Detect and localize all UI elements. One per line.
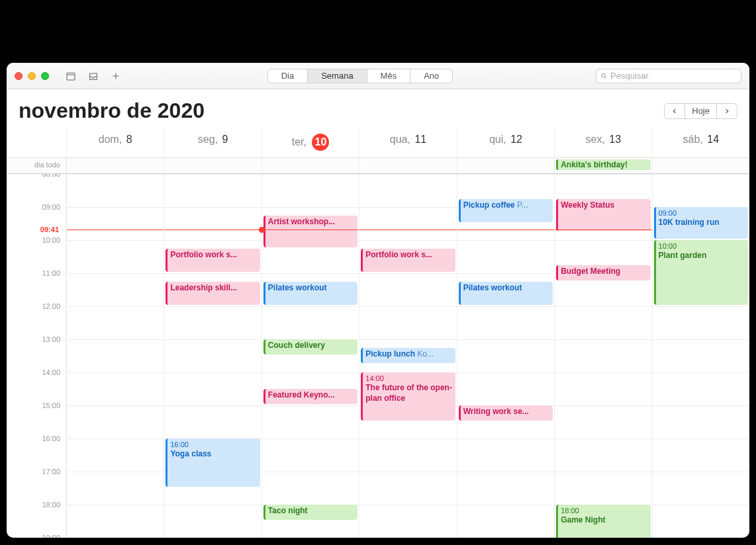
day-number: 12 [510,134,522,145]
day-label: seg, [198,134,218,145]
event-time: 18:00 [561,506,647,515]
day-header[interactable]: dom, 8 [66,128,164,157]
calendar-event[interactable]: Portfolio work s... [361,249,455,272]
event-title: Featured Keyno... [268,390,335,399]
allday-wed[interactable] [359,158,456,173]
event-title: Budget Meeting [561,267,620,276]
add-event-icon[interactable] [107,69,124,83]
next-week-button[interactable] [717,104,737,118]
event-time: 10:00 [659,241,745,251]
day-header[interactable]: ter, 10 [261,128,359,157]
allday-event[interactable]: Ankita's birthday! [556,159,650,170]
calendar-event[interactable]: 14:00The future of the open-plan office [361,372,455,421]
event-title: Game Night [561,515,605,524]
day-header[interactable]: seg, 9 [164,128,261,157]
event-title: Taco night [268,506,308,515]
calendar-event[interactable]: Portfolio work s... [165,249,260,272]
allday-fri[interactable]: Ankita's birthday! [554,158,651,173]
today-button[interactable]: Hoje [685,104,717,118]
calendar-event[interactable]: Budget Meeting [556,265,650,280]
zoom-window-icon[interactable] [41,72,49,80]
event-title: The future of the open-plan office [365,383,452,403]
calendar-event[interactable]: Pilates workout [263,282,357,306]
search-field[interactable] [596,69,741,83]
week-grid[interactable]: 08:0009:0010:0011:0012:0013:0014:0015:00… [7,174,749,538]
event-title: Portfolio work s... [365,250,432,259]
event-time: 16:00 [170,440,257,449]
tab-year[interactable]: Ano [410,69,452,83]
tab-month[interactable]: Mês [367,69,411,83]
hour-label: 15:00 [42,401,60,409]
event-title: Plant garden [659,251,707,260]
calendar-event[interactable]: Pickup coffee P... [459,199,553,223]
event-location: Ko... [417,349,434,358]
close-window-icon[interactable] [15,72,23,80]
hour-label: 12:00 [42,302,60,310]
hour-label: 11:00 [42,269,60,277]
calendar-event[interactable]: Pilates workout [459,282,553,306]
event-time: 14:00 [365,374,452,383]
view-switcher: Dia Semana Mês Ano [267,69,453,83]
calendar-event[interactable]: 09:0010K training run [654,207,748,239]
day-label: ter, [292,136,307,147]
day-label: sex, [586,134,605,145]
day-col-wed[interactable]: Portfolio work s...Pickup lunch Ko...14:… [359,174,456,538]
day-number: 14 [707,134,719,145]
day-col-sun[interactable] [66,174,164,538]
hour-label: 10:00 [42,236,60,244]
allday-mon[interactable] [164,158,261,173]
day-number: 13 [609,134,621,145]
allday-sat[interactable] [652,158,749,173]
hour-label: 13:00 [42,335,60,343]
day-col-mon[interactable]: Portfolio work s...Leadership skill...16… [164,174,261,538]
event-location: P... [517,200,528,210]
search-icon [600,72,608,80]
calendar-event[interactable]: Pickup lunch Ko... [361,348,455,363]
day-col-thu[interactable]: Pickup coffee P...Pilates workoutWriting… [457,174,554,538]
calendar-event[interactable]: 18:00Game Night [556,505,650,538]
calendar-event[interactable]: 10:00Plant garden [654,240,748,305]
hour-label: 17:00 [42,468,60,476]
allday-row: dia todo Ankita's birthday! [7,158,749,174]
hour-label: 16:00 [42,435,60,442]
day-header[interactable]: qua, 11 [359,128,456,157]
allday-thu[interactable] [457,158,554,173]
tab-day[interactable]: Dia [268,69,308,83]
event-title: Leadership skill... [170,283,237,292]
event-title: Writing work se... [463,407,529,416]
tab-week[interactable]: Semana [308,69,367,83]
toolbar: Dia Semana Mês Ano [7,63,749,89]
day-header[interactable]: sáb, 14 [652,128,749,157]
calendar-event[interactable]: 16:00Yoga class [165,439,260,487]
search-input[interactable] [610,71,737,81]
event-title: Pilates workout [268,283,327,292]
hour-label: 08:00 [42,174,60,178]
day-col-tue[interactable]: Artist workshop...Pilates workoutCouch d… [261,174,359,538]
calendar-event[interactable]: Weekly Status [556,199,650,231]
event-title: Pickup coffee [463,200,515,210]
day-header[interactable]: sex, 13 [554,128,651,157]
calendar-event[interactable]: Writing work se... [459,405,553,421]
calendar-event[interactable]: Couch delivery [263,339,357,355]
month-title: novembro de 2020 [19,99,205,123]
event-title: Portfolio work s... [170,250,237,259]
calendars-icon[interactable] [62,69,79,83]
day-header-row: dom, 8seg, 9ter, 10qua, 11qui, 12sex, 13… [7,128,749,158]
calendar-event[interactable]: Featured Keyno... [263,389,357,404]
allday-tue[interactable] [261,158,359,173]
hour-label: 19:00 [42,534,60,538]
prev-week-button[interactable] [665,104,685,118]
inbox-icon[interactable] [85,69,102,83]
event-time: 09:00 [659,208,745,218]
minimize-window-icon[interactable] [28,72,36,80]
calendar-event[interactable]: Artist workshop... [263,216,357,247]
allday-sun[interactable] [66,158,164,173]
day-label: dom, [99,134,122,145]
allday-label: dia todo [7,158,66,173]
calendar-event[interactable]: Taco night [263,505,357,520]
day-header[interactable]: qui, 12 [457,128,554,157]
event-title: Couch delivery [268,341,325,350]
day-col-sat[interactable]: 09:0010K training run10:00Plant garden [652,174,749,538]
calendar-event[interactable]: Leadership skill... [165,282,260,306]
day-col-fri[interactable]: Weekly StatusBudget Meeting18:00Game Nig… [554,174,651,538]
